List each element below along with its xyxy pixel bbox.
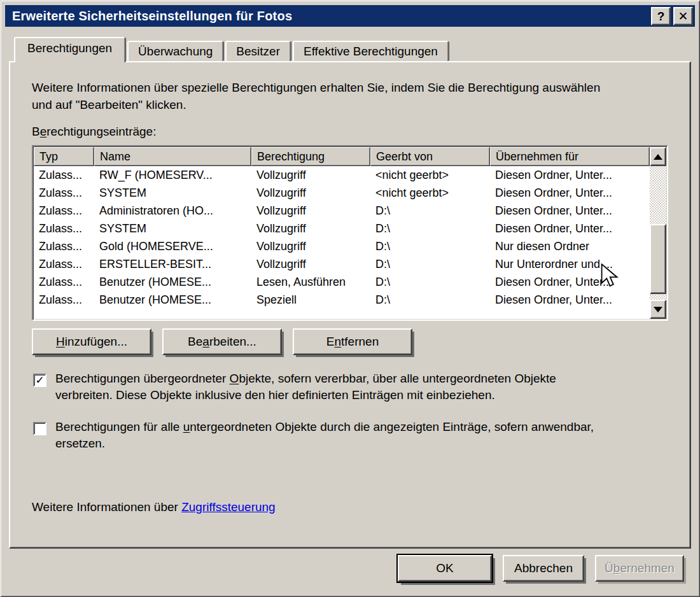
inherit-permissions-checkbox[interactable]: ✓ xyxy=(33,374,46,387)
entries-label: Berechtigungseinträge: xyxy=(32,125,156,139)
tab-berechtigungen[interactable]: Berechtigungen xyxy=(14,37,125,62)
titlebar-buttons: ? ✕ xyxy=(651,7,693,25)
edit-button[interactable]: Bearbeiten... xyxy=(162,328,282,355)
table-row[interactable]: Zulass...SYSTEMVollzugriffD:\Diesen Ordn… xyxy=(34,220,650,237)
vertical-scrollbar[interactable] xyxy=(650,147,666,319)
description-text: Weitere Informationen über spezielle Ber… xyxy=(32,79,677,113)
list-body: Zulass...RW_F (HOMESERV...Vollzugriff<ni… xyxy=(34,166,650,319)
column-header-uebernehmen-fuer[interactable]: Übernehmen für xyxy=(490,147,650,166)
table-row[interactable]: Zulass...Benutzer (HOMESE...Lesen, Ausfü… xyxy=(34,273,650,291)
dialog-action-buttons: OK Abbrechen Übernehmen xyxy=(0,555,684,582)
apply-button[interactable]: Übernehmen xyxy=(595,555,684,582)
tab-besitzer[interactable]: Besitzer xyxy=(225,41,291,61)
close-button[interactable]: ✕ xyxy=(673,7,693,25)
cancel-button[interactable]: Abbrechen xyxy=(503,555,584,582)
column-header-typ[interactable]: Typ xyxy=(34,147,94,166)
titlebar[interactable]: Erweiterte Sicherheitseinstellungen für … xyxy=(5,5,695,27)
column-header-berechtigung[interactable]: Berechtigung xyxy=(251,147,370,166)
scroll-down-button[interactable] xyxy=(650,300,666,319)
table-row[interactable]: Zulass...ERSTELLER-BESIT...VollzugriffD:… xyxy=(34,255,650,273)
table-row[interactable]: Zulass...Gold (HOMESERVE...VollzugriffD:… xyxy=(34,237,650,255)
permission-entries-list: Typ Name Berechtigung Geerbt von Überneh… xyxy=(32,145,668,321)
table-row[interactable]: Zulass...SYSTEMVollzugriff<nicht geerbt>… xyxy=(34,184,650,202)
inherit-permissions-row[interactable]: ✓ Berechtigungen übergeordneter Objekte,… xyxy=(33,370,661,404)
table-row[interactable]: Zulass...RW_F (HOMESERV...Vollzugriff<ni… xyxy=(34,166,650,184)
table-row[interactable]: Zulass...Administratoren (HO...Vollzugri… xyxy=(34,202,650,220)
inherit-permissions-label: Berechtigungen übergeordneter Objekte, s… xyxy=(55,370,556,404)
tab-label: Besitzer xyxy=(236,45,280,59)
tab-strip: Berechtigungen Überwachung Besitzer Effe… xyxy=(14,37,451,62)
check-icon: ✓ xyxy=(35,375,44,386)
replace-permissions-checkbox[interactable] xyxy=(33,422,46,435)
add-button[interactable]: Hinzufügen... xyxy=(32,328,151,355)
footer-info: Weitere Informationen über Zugriffssteue… xyxy=(32,500,276,514)
replace-permissions-row[interactable]: Berechtigungen für alle untergeordneten … xyxy=(33,419,661,452)
scrollbar-thumb[interactable] xyxy=(650,224,666,294)
help-button[interactable]: ? xyxy=(651,7,671,25)
scroll-up-icon xyxy=(654,154,662,160)
replace-permissions-label: Berechtigungen für alle untergeordneten … xyxy=(55,419,594,452)
scroll-down-icon xyxy=(654,307,662,313)
footer-text: Weitere Informationen über xyxy=(32,500,181,514)
ok-button[interactable]: OK xyxy=(398,555,492,582)
permissions-tab-panel: Weitere Informationen über spezielle Ber… xyxy=(9,61,691,549)
remove-button[interactable]: Entfernen xyxy=(293,328,412,355)
table-row[interactable]: Zulass...Benutzer (HOMESE...SpeziellD:\D… xyxy=(34,291,650,309)
tab-label: Effektive Berechtigungen xyxy=(304,45,438,59)
column-header-name[interactable]: Name xyxy=(94,147,251,166)
list-header: Typ Name Berechtigung Geerbt von Überneh… xyxy=(34,147,650,166)
dialog-window: Erweiterte Sicherheitseinstellungen für … xyxy=(0,0,700,597)
tab-effektive-berechtigungen[interactable]: Effektive Berechtigungen xyxy=(293,41,449,61)
window-title: Erweiterte Sicherheitseinstellungen für … xyxy=(12,9,292,24)
entry-actions: Hinzufügen... Bearbeiten... Entfernen xyxy=(32,328,412,355)
tab-label: Berechtigungen xyxy=(27,41,112,55)
tab-label: Überwachung xyxy=(138,45,213,59)
tab-ueberwachung[interactable]: Überwachung xyxy=(127,41,223,61)
help-icon: ? xyxy=(657,10,665,24)
column-header-geerbt-von[interactable]: Geerbt von xyxy=(370,147,490,166)
scroll-up-button[interactable] xyxy=(650,147,666,166)
zugriffssteuerung-link[interactable]: Zugriffssteuerung xyxy=(181,500,276,514)
close-icon: ✕ xyxy=(678,9,689,24)
